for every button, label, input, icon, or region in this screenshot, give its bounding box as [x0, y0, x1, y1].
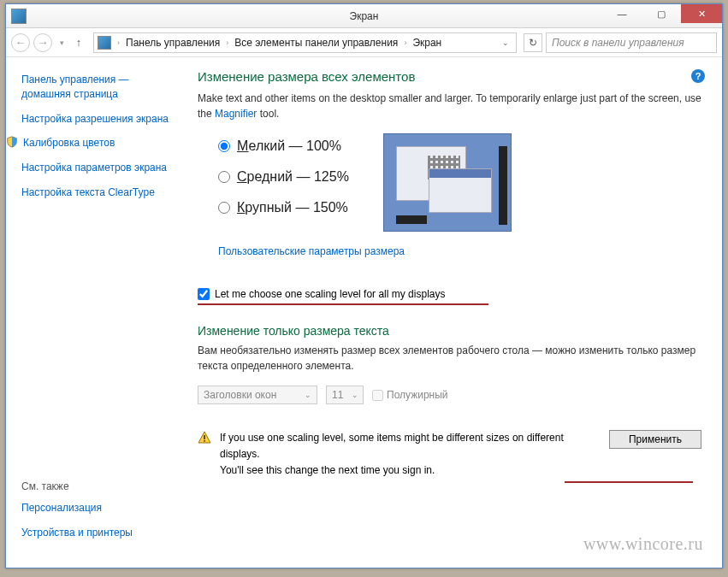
- sidebar: Панель управления — домашняя страница На…: [6, 57, 186, 568]
- one-scaling-label: Let me choose one scaling level for all …: [215, 288, 445, 300]
- radio-medium-input[interactable]: [218, 171, 230, 183]
- content: Панель управления — домашняя страница На…: [6, 57, 722, 568]
- breadcrumb-sep: ›: [401, 38, 409, 47]
- warning-text: If you use one scaling level, some items…: [220, 430, 701, 483]
- forward-button[interactable]: →: [33, 33, 52, 52]
- sidebar-link-resolution[interactable]: Настройка разрешения экрана: [21, 112, 175, 127]
- navbar: ← → ▾ ↑ › Панель управления › Все элемен…: [6, 28, 722, 57]
- sidebar-link-home[interactable]: Панель управления — домашняя страница: [21, 73, 175, 102]
- chevron-down-icon: ⌄: [305, 391, 311, 399]
- main-panel: ? Изменение размера всех элементов Make …: [186, 57, 722, 568]
- address-bar[interactable]: › Панель управления › Все элементы панел…: [93, 32, 517, 53]
- desc-text-suffix: tool.: [257, 108, 279, 120]
- window-buttons: — ▢ ✕: [602, 4, 722, 27]
- highlight-underline-apply: [565, 481, 693, 483]
- radio-large-input[interactable]: [218, 202, 230, 214]
- breadcrumb-item[interactable]: Все элементы панели управления: [234, 37, 398, 49]
- warning-line1: If you use one scaling level, some items…: [220, 430, 601, 462]
- heading-text-only: Изменение только размера текста: [198, 324, 701, 338]
- element-combo[interactable]: Заголовки окон ⌄: [198, 386, 317, 404]
- see-also: См. также Персонализация Устройства и пр…: [21, 480, 184, 551]
- one-scaling-checkbox-row[interactable]: Let me choose one scaling level for all …: [198, 288, 701, 300]
- minimize-button[interactable]: —: [602, 4, 642, 23]
- watermark: www.wincore.ru: [583, 534, 703, 554]
- description-text-only: Вам необязательно изменять размер всех э…: [198, 343, 701, 374]
- search-input[interactable]: Поиск в панели управления: [546, 32, 717, 53]
- maximize-button[interactable]: ▢: [642, 4, 681, 23]
- close-button[interactable]: ✕: [681, 4, 722, 23]
- see-also-devices[interactable]: Устройства и принтеры: [21, 526, 184, 540]
- text-only-controls: Заголовки окон ⌄ 11 ⌄ Полужирный: [198, 386, 701, 404]
- element-combo-value: Заголовки окон: [204, 389, 276, 401]
- window: Экран — ▢ ✕ ← → ▾ ↑ › Панель управления …: [5, 3, 723, 568]
- bold-label: Полужирный: [387, 389, 448, 401]
- preview-image: [383, 133, 512, 232]
- breadcrumb-item[interactable]: Экран: [412, 37, 441, 49]
- radio-large[interactable]: Крупный — 150%: [218, 200, 349, 215]
- size-options: Мелкий — 100% Средний — 125% Крупный — 1…: [198, 133, 701, 232]
- radio-small[interactable]: Мелкий — 100%: [218, 138, 349, 154]
- magnifier-link[interactable]: Magnifier: [215, 108, 257, 120]
- search-placeholder: Поиск в панели управления: [552, 37, 684, 49]
- breadcrumb-sep: ›: [115, 38, 122, 47]
- sidebar-link-calibration[interactable]: Калибровка цветов: [6, 136, 175, 150]
- app-icon: [11, 9, 27, 24]
- help-icon[interactable]: ?: [691, 69, 705, 83]
- breadcrumb-item[interactable]: Панель управления: [126, 37, 220, 49]
- size-combo-value: 11: [332, 389, 343, 401]
- up-button[interactable]: ↑: [71, 36, 86, 49]
- heading-resize-all: Изменение размера всех элементов: [198, 69, 701, 84]
- highlight-underline: [198, 303, 488, 305]
- refresh-button[interactable]: ↻: [524, 33, 542, 52]
- sidebar-link-cleartype[interactable]: Настройка текста ClearType: [21, 185, 175, 200]
- one-scaling-checkbox[interactable]: [198, 288, 210, 300]
- svg-rect-1: [204, 440, 205, 442]
- window-title: Экран: [350, 10, 379, 22]
- history-dropdown[interactable]: ▾: [56, 38, 68, 47]
- titlebar: Экран — ▢ ✕: [6, 4, 722, 28]
- address-dropdown[interactable]: ⌄: [499, 38, 512, 47]
- see-also-personalization[interactable]: Персонализация: [21, 501, 184, 515]
- chevron-down-icon: ⌄: [352, 391, 358, 399]
- warning-icon: [198, 431, 211, 445]
- radio-medium[interactable]: Средний — 125%: [218, 169, 349, 185]
- size-combo[interactable]: 11 ⌄: [326, 386, 364, 404]
- back-button[interactable]: ←: [11, 33, 30, 52]
- radio-medium-label: Средний — 125%: [237, 169, 349, 185]
- description: Make text and other items on the desktop…: [198, 91, 701, 121]
- apply-button[interactable]: Применить: [609, 430, 701, 449]
- sidebar-link-label: Калибровка цветов: [23, 136, 115, 150]
- bold-checkbox-row[interactable]: Полужирный: [372, 389, 448, 401]
- svg-rect-0: [204, 435, 205, 439]
- radio-small-label: Мелкий — 100%: [237, 138, 341, 154]
- custom-size-link[interactable]: Пользовательские параметры размера: [218, 245, 405, 257]
- bold-checkbox[interactable]: [372, 390, 383, 401]
- warning-row: If you use one scaling level, some items…: [198, 430, 701, 483]
- location-icon: [98, 36, 111, 50]
- breadcrumb-sep: ›: [223, 38, 231, 47]
- radio-small-input[interactable]: [218, 140, 230, 152]
- scaling-radios: Мелкий — 100% Средний — 125% Крупный — 1…: [198, 133, 349, 232]
- sidebar-link-params[interactable]: Настройка параметров экрана: [21, 161, 175, 175]
- radio-large-label: Крупный — 150%: [237, 200, 348, 215]
- see-also-heading: См. также: [21, 480, 184, 492]
- warning-line2: You'll see this change the next time you…: [220, 462, 701, 479]
- shield-icon: [6, 136, 18, 148]
